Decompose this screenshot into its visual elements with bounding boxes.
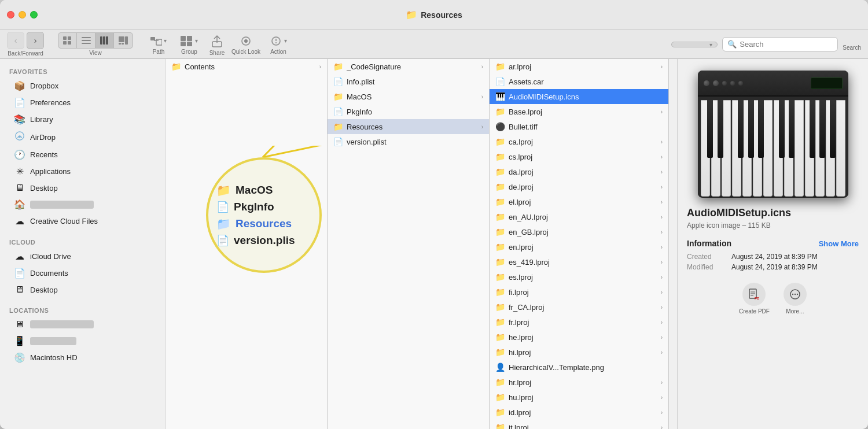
fullscreen-button[interactable] xyxy=(30,11,38,19)
table-row[interactable]: ⚫ Bullet.tiff xyxy=(490,119,668,134)
location-dropdown[interactable]: ▾ xyxy=(671,42,718,47)
table-row[interactable]: 📁 hi.lproj › xyxy=(490,345,668,360)
nav-label: Back/Forward xyxy=(8,50,43,57)
chevron-right-icon: › xyxy=(661,244,663,250)
table-row[interactable]: 📁 MacOS › xyxy=(328,89,489,104)
file-name: en.lproj xyxy=(509,243,657,252)
chevron-right-icon: › xyxy=(661,334,663,341)
close-button[interactable] xyxy=(7,11,14,19)
action-button[interactable]: ▾ xyxy=(265,34,292,48)
sidebar-item-icloud-desktop[interactable]: 🖥 Desktop xyxy=(5,282,160,298)
table-row[interactable]: 📁 hr.lproj › xyxy=(490,375,668,390)
sidebar-item-applications[interactable]: ✳ Applications xyxy=(5,163,160,180)
table-row[interactable]: 📁 hu.lproj › xyxy=(490,390,668,405)
sidebar-item-preferences[interactable]: 📄 Preferences xyxy=(5,94,160,111)
table-row[interactable]: 📁 Contents › xyxy=(165,59,327,74)
folder-icon: 📁 xyxy=(495,347,505,357)
search-input[interactable] xyxy=(740,40,833,49)
folder-icon: 📁 xyxy=(495,242,505,252)
chevron-right-icon: › xyxy=(661,229,663,235)
quicklook-button[interactable] xyxy=(235,34,257,48)
table-row[interactable]: 📁 en_AU.lproj › xyxy=(490,209,668,224)
table-row[interactable]: 📁 el.lproj › xyxy=(490,194,668,209)
table-row[interactable]: 📄 Info.plist xyxy=(328,74,489,89)
file-name: PkgInfo xyxy=(347,108,483,116)
gallery-view-button[interactable] xyxy=(114,33,133,48)
table-row[interactable]: 📁 de.lproj › xyxy=(490,179,668,194)
view-buttons-group xyxy=(58,32,133,49)
table-row[interactable]: 📁 ar.lproj › xyxy=(490,59,668,74)
list-view-button[interactable] xyxy=(77,33,95,48)
folder-icon: 📁 xyxy=(495,257,505,267)
white-key xyxy=(836,100,845,197)
folder-icon: 📁 xyxy=(495,197,505,206)
folder-icon: 📁 xyxy=(495,332,505,342)
show-more-button[interactable]: Show More xyxy=(819,239,859,248)
file-name: el.lproj xyxy=(509,198,657,206)
piano-keys xyxy=(698,97,848,197)
table-row[interactable]: 📁 Base.lproj › xyxy=(490,104,668,119)
sidebar-item-library[interactable]: 📚 Library xyxy=(5,111,160,128)
table-row[interactable]: 📁 en_GB.lproj › xyxy=(490,224,668,239)
piano-knob-4 xyxy=(730,81,735,86)
table-row[interactable]: 📁 da.lproj › xyxy=(490,164,668,179)
minimize-button[interactable] xyxy=(19,11,26,19)
search-icon: 🔍 xyxy=(727,40,737,49)
forward-button[interactable]: › xyxy=(27,32,44,49)
table-row[interactable]: 📁 es_419.lproj › xyxy=(490,254,668,269)
table-row[interactable]: 📁 it.lproj › xyxy=(490,420,668,429)
sidebar-item-dropbox[interactable]: 📦 Dropbox xyxy=(5,77,160,94)
folder-icon: 📁 xyxy=(495,167,505,176)
table-row[interactable]: 📁 Resources › xyxy=(328,119,489,134)
table-row[interactable]: 📄 version.plist xyxy=(328,134,489,149)
sidebar-item-icloud-drive[interactable]: ☁ iCloud Drive xyxy=(5,248,160,265)
sidebar-item-airdrop[interactable]: AirDrop xyxy=(5,128,160,146)
table-row[interactable]: 📄 PkgInfo xyxy=(328,104,489,119)
bullet-icon: ⚫ xyxy=(495,122,505,131)
window-title-area: 📁 Resources xyxy=(406,9,462,20)
share-button[interactable] xyxy=(207,33,227,49)
more-button[interactable]: More... xyxy=(784,283,807,315)
icon-view-button[interactable] xyxy=(58,33,77,48)
table-row[interactable]: 🎹 AudioMIDISetup.icns xyxy=(490,89,668,104)
chevron-right-icon: › xyxy=(661,199,663,205)
info-row-modified: Modified August 24, 2019 at 8:39 PM xyxy=(687,263,859,271)
file-name: en_GB.lproj xyxy=(509,228,657,236)
back-button[interactable]: ‹ xyxy=(7,32,24,49)
table-row[interactable]: 📁 en.lproj › xyxy=(490,239,668,254)
piano-image xyxy=(698,71,848,198)
sidebar-item-desktop[interactable]: 🖥 Desktop xyxy=(5,180,160,196)
sidebar-item-creative-cloud[interactable]: ☁ Creative Cloud Files xyxy=(5,213,160,230)
table-row[interactable]: 📄 Assets.car xyxy=(490,74,668,89)
airdrop-icon xyxy=(14,131,25,143)
table-row[interactable]: 📁 fr_CA.lproj › xyxy=(490,299,668,315)
table-row[interactable]: 📁 fr.lproj › xyxy=(490,315,668,330)
sidebar-item-icloud-desktop-label: Desktop xyxy=(30,286,58,294)
table-row[interactable]: 📁 _CodeSignature › xyxy=(328,59,489,74)
sidebar-item-iphone[interactable]: 📱 xyxy=(5,332,160,349)
iphone-blurred-label xyxy=(30,337,76,345)
table-row[interactable]: 📁 id.lproj › xyxy=(490,405,668,420)
svg-rect-5 xyxy=(82,40,91,41)
column-view-button[interactable] xyxy=(95,33,114,48)
table-row[interactable]: 👤 HierarchicalV...Template.png xyxy=(490,360,668,375)
table-row[interactable]: 📁 cs.lproj › xyxy=(490,149,668,164)
table-row[interactable]: 📁 he.lproj › xyxy=(490,330,668,345)
sidebar-item-home[interactable]: 🏠 xyxy=(5,196,160,213)
group-button[interactable]: ▾ xyxy=(176,34,203,48)
preview-image-area xyxy=(687,71,859,198)
svg-rect-4 xyxy=(82,37,91,38)
create-pdf-button[interactable]: PDF Create PDF xyxy=(739,283,770,315)
table-row[interactable]: 📁 ca.lproj › xyxy=(490,134,668,149)
sidebar-item-documents[interactable]: 📄 Documents xyxy=(5,265,160,282)
table-row[interactable]: 📁 es.lproj › xyxy=(490,269,668,284)
sidebar-item-monitor[interactable]: 🖥 xyxy=(5,316,160,332)
svg-rect-9 xyxy=(106,36,108,45)
sidebar-item-macintosh-hd[interactable]: 💿 Macintosh HD xyxy=(5,349,160,366)
table-row[interactable]: 📁 fi.lproj › xyxy=(490,284,668,299)
file-name: Base.lproj xyxy=(509,108,657,116)
path-button[interactable]: ▾ xyxy=(146,34,171,48)
sidebar-item-recents[interactable]: 🕐 Recents xyxy=(5,146,160,163)
traffic-lights xyxy=(7,11,38,19)
preview-info-header: Information Show More xyxy=(687,239,859,248)
